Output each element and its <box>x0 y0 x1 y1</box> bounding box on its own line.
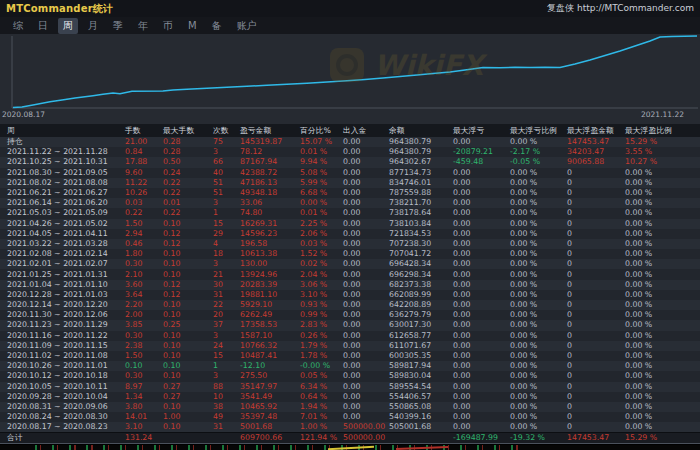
cell: 2.04 % <box>297 270 340 280</box>
cell: 3.10 % <box>297 290 340 300</box>
table-row[interactable]: 持仓21.000.2875145319.8715.07 %0.00964380.… <box>0 137 700 147</box>
table-row[interactable]: 2021.04.26 ~ 2021.05.021.500.101516269.3… <box>0 219 700 229</box>
table-row[interactable]: 2021.05.03 ~ 2021.05.090.220.22174.800.0… <box>0 208 700 218</box>
row-label: 2021.06.14 ~ 2021.06.20 <box>0 198 122 208</box>
menu-item-日[interactable]: 日 <box>33 18 53 34</box>
menu-item-备[interactable]: 备 <box>207 18 227 34</box>
cell: 35147.97 <box>237 382 297 392</box>
menu-item-季[interactable]: 季 <box>108 18 128 34</box>
cell: 0.10 <box>160 300 210 310</box>
column-header[interactable]: 最大浮盈金额 <box>564 126 622 136</box>
cell: 0.28 <box>160 137 210 147</box>
cell: 0.84 <box>122 147 160 157</box>
cell: 0.00 <box>450 320 507 330</box>
table-row[interactable]: 2020.10.26 ~ 2020.11.010.100.101-12.10-0… <box>0 361 700 371</box>
cell: 1 <box>210 361 237 371</box>
menu-item-周[interactable]: 周 <box>58 18 78 34</box>
cell: 88 <box>210 382 237 392</box>
table-row[interactable]: 2020.12.14 ~ 2020.12.202.200.10225929.10… <box>0 300 700 310</box>
cell: 49 <box>210 412 237 422</box>
table-row[interactable]: 2021.11.22 ~ 2021.11.280.840.28378.120.0… <box>0 147 700 157</box>
table-row[interactable]: 2020.11.09 ~ 2020.11.152.380.102410766.3… <box>0 341 700 351</box>
column-header[interactable]: 次数 <box>210 126 237 136</box>
cell: 0.00 % <box>622 351 700 361</box>
table-row[interactable]: 2021.06.14 ~ 2021.06.200.030.01333.060.0… <box>0 198 700 208</box>
table-row[interactable]: 2021.08.30 ~ 2021.09.059.600.244042388.7… <box>0 168 700 178</box>
table-row[interactable]: 2020.08.24 ~ 2020.08.3014.011.004935397.… <box>0 412 700 422</box>
cell: 0.12 <box>160 280 210 290</box>
cell: 9.60 <box>122 168 160 178</box>
column-header[interactable]: 最大浮亏比例 <box>507 126 564 136</box>
cell: 0.00 <box>450 270 507 280</box>
cell: 0.00 <box>340 320 386 330</box>
table-row[interactable]: 2021.01.04 ~ 2021.01.103.600.123020283.3… <box>0 280 700 290</box>
cell: 0.00 % <box>507 280 564 290</box>
cell: 609700.66 <box>237 433 297 443</box>
table-row[interactable]: 2021.03.22 ~ 2021.03.280.460.124196.580.… <box>0 239 700 249</box>
cell: 0.10 <box>160 351 210 361</box>
cell: 589817.94 <box>386 361 450 371</box>
cell: 3 <box>210 371 237 381</box>
cell: 75 <box>210 137 237 147</box>
cell: 19881.10 <box>237 290 297 300</box>
cell: 0.00 % <box>507 168 564 178</box>
table-row[interactable]: 2020.08.31 ~ 2020.09.063.800.103810465.9… <box>0 402 700 412</box>
cell: 7.01 % <box>297 412 340 422</box>
cell: 0.27 <box>160 392 210 402</box>
cell: 0.00 <box>340 157 386 167</box>
menu-item-M[interactable]: M <box>183 19 202 32</box>
table-row[interactable]: 2020.10.12 ~ 2020.10.180.300.103275.500.… <box>0 371 700 381</box>
column-header[interactable]: 盈亏金额 <box>237 126 297 136</box>
table-row-total[interactable]: 合计131.24609700.66121.94 %500000.00-16948… <box>0 432 700 443</box>
column-header[interactable]: 余额 <box>386 126 450 136</box>
cell: 15.29 % <box>622 433 700 443</box>
cell: 74.80 <box>237 208 297 218</box>
table-row[interactable]: 2020.11.16 ~ 2020.11.220.300.1031587.100… <box>0 331 700 341</box>
cell: 0.00 <box>450 249 507 259</box>
cell: 40 <box>210 168 237 178</box>
menu-item-年[interactable]: 年 <box>133 18 153 34</box>
table-row[interactable]: 2020.09.28 ~ 2020.10.041.340.27103541.49… <box>0 392 700 402</box>
column-header[interactable]: 最大手数 <box>160 126 210 136</box>
row-label: 2021.08.02 ~ 2021.08.08 <box>0 178 122 188</box>
table-row[interactable]: 2021.06.21 ~ 2021.06.2710.260.225149348.… <box>0 188 700 198</box>
cell: 3 <box>210 147 237 157</box>
cell: 0.00 % <box>507 310 564 320</box>
column-header[interactable]: 周 <box>0 126 122 136</box>
cell: 600305.35 <box>386 351 450 361</box>
table-row[interactable]: 2021.04.05 ~ 2021.04.112.940.122914596.2… <box>0 229 700 239</box>
table-row[interactable]: 2020.12.28 ~ 2021.01.033.640.123119881.1… <box>0 290 700 300</box>
cell: 6.68 % <box>297 188 340 198</box>
column-header[interactable]: 百分比% <box>297 126 340 136</box>
column-header[interactable]: 出入金 <box>340 126 386 136</box>
table-row[interactable]: 2021.02.01 ~ 2021.02.070.300.103130.000.… <box>0 259 700 269</box>
table-row[interactable]: 2021.08.02 ~ 2021.08.0811.220.225147186.… <box>0 178 700 188</box>
cell: 834746.01 <box>386 178 450 188</box>
table-row[interactable]: 2020.08.17 ~ 2020.08.233.100.10315001.68… <box>0 422 700 432</box>
column-header[interactable]: 手数 <box>122 126 160 136</box>
table-row[interactable]: 2021.01.25 ~ 2021.01.312.100.102113924.9… <box>0 269 700 279</box>
cell: 1.79 % <box>297 341 340 351</box>
cell: 0.00 <box>450 422 507 432</box>
cell: 0.00 <box>450 280 507 290</box>
menu-item-账户[interactable]: 账户 <box>232 18 262 34</box>
table-row[interactable]: 2021.10.25 ~ 2021.10.3117.880.506687167.… <box>0 157 700 167</box>
table-row[interactable]: 2020.11.30 ~ 2020.12.062.000.10206262.49… <box>0 310 700 320</box>
cell: 505001.68 <box>386 422 450 432</box>
table-row[interactable]: 2020.11.02 ~ 2020.11.081.500.101510487.4… <box>0 351 700 361</box>
menu-item-综[interactable]: 综 <box>8 18 28 34</box>
column-header[interactable]: 最大浮盈比例 <box>622 126 700 136</box>
chart-start-date: 2020.08.17 <box>2 110 45 119</box>
table-row[interactable]: 2020.10.05 ~ 2020.10.118.970.278835147.9… <box>0 382 700 392</box>
table-row[interactable]: 2021.02.08 ~ 2021.02.141.800.101810613.3… <box>0 249 700 259</box>
cell: 0.00 % <box>507 208 564 218</box>
menu-item-月[interactable]: 月 <box>83 18 103 34</box>
table-row[interactable]: 2020.11.23 ~ 2020.11.293.850.253717358.5… <box>0 320 700 330</box>
cell: 0 <box>564 422 622 432</box>
column-header[interactable]: 最大浮亏 <box>450 126 507 136</box>
cell: 0.00 <box>340 219 386 229</box>
cell: 145319.87 <box>237 137 297 147</box>
cell: 877134.73 <box>386 168 450 178</box>
cell: 0.00 % <box>507 361 564 371</box>
menu-item-币[interactable]: 币 <box>158 18 178 34</box>
